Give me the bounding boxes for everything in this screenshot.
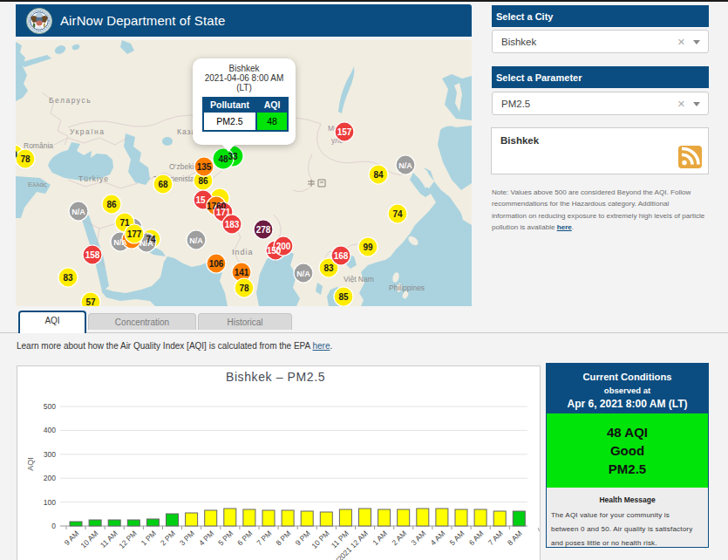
svg-text:200: 200 xyxy=(44,474,56,482)
svg-text:200: 200 xyxy=(276,242,291,251)
svg-text:AQI: AQI xyxy=(26,457,35,471)
svg-text:N/A: N/A xyxy=(139,239,153,248)
svg-text:500: 500 xyxy=(44,402,56,411)
svg-text:3 PM: 3 PM xyxy=(178,529,196,547)
svg-text:0: 0 xyxy=(51,522,56,530)
svg-text:158: 158 xyxy=(85,250,100,260)
svg-text:10 AM: 10 AM xyxy=(78,529,99,550)
svg-text:Việt Nam: Việt Nam xyxy=(344,275,374,283)
svg-text:3 AM: 3 AM xyxy=(409,529,427,547)
svg-text:N/A: N/A xyxy=(189,236,203,245)
svg-text:15: 15 xyxy=(195,195,206,205)
svg-text:106: 106 xyxy=(209,259,224,269)
svg-text:10 PM: 10 PM xyxy=(310,529,330,550)
svg-text:84: 84 xyxy=(373,170,384,180)
svg-text:99: 99 xyxy=(363,242,373,252)
svg-text:48: 48 xyxy=(218,154,228,164)
svg-text:6 AM: 6 AM xyxy=(467,529,486,547)
svg-text:400: 400 xyxy=(44,426,56,434)
svg-text:7 PM: 7 PM xyxy=(255,529,273,547)
svg-text:Україна: Україна xyxy=(70,127,105,136)
svg-text:5 PM: 5 PM xyxy=(216,529,235,547)
svg-text:6 PM: 6 PM xyxy=(235,529,254,547)
svg-text:11 AM: 11 AM xyxy=(99,529,119,550)
svg-text:83: 83 xyxy=(323,263,334,273)
svg-text:Türkiye: Türkiye xyxy=(78,174,109,183)
svg-text:12 PM: 12 PM xyxy=(117,529,138,550)
svg-text:1 PM: 1 PM xyxy=(139,529,158,547)
svg-text:România: România xyxy=(24,141,53,150)
svg-text:74: 74 xyxy=(392,209,403,219)
svg-text:5 AM: 5 AM xyxy=(448,529,466,547)
svg-text:86: 86 xyxy=(198,176,208,186)
svg-text:86: 86 xyxy=(106,200,117,209)
svg-text:71: 71 xyxy=(119,218,130,228)
svg-text:9 AM: 9 AM xyxy=(63,529,81,547)
svg-text:India: India xyxy=(232,248,254,256)
svg-text:8 PM: 8 PM xyxy=(274,529,292,547)
svg-text:157: 157 xyxy=(337,127,352,137)
svg-text:100: 100 xyxy=(44,498,56,507)
svg-text:78: 78 xyxy=(239,283,249,293)
svg-text:2 PM: 2 PM xyxy=(159,529,177,547)
svg-text:Philippines: Philippines xyxy=(389,283,425,292)
svg-text:4 AM: 4 AM xyxy=(429,529,447,547)
svg-text:300: 300 xyxy=(44,450,56,459)
svg-text:N/A: N/A xyxy=(398,161,412,170)
svg-text:78: 78 xyxy=(20,154,31,164)
svg-text:33: 33 xyxy=(228,152,238,161)
svg-text:N/A: N/A xyxy=(113,238,127,247)
svg-text:1 AM: 1 AM xyxy=(371,529,389,547)
svg-text:141: 141 xyxy=(235,268,249,277)
svg-text:57: 57 xyxy=(85,297,96,306)
svg-text:Беларусь: Беларусь xyxy=(49,96,92,105)
svg-text:8 AM: 8 AM xyxy=(506,529,524,547)
svg-text:278: 278 xyxy=(256,225,271,235)
svg-text:4 PM: 4 PM xyxy=(197,529,215,547)
svg-text:N/A: N/A xyxy=(71,208,85,216)
svg-text:Bishkek – PM2.5: Bishkek – PM2.5 xyxy=(226,370,325,384)
svg-text:N/A: N/A xyxy=(296,270,310,278)
svg-text:Ελλάς: Ελλάς xyxy=(28,181,47,188)
svg-text:83: 83 xyxy=(63,273,73,283)
svg-text:171: 171 xyxy=(216,208,231,217)
svg-text:168: 168 xyxy=(334,251,349,261)
svg-text:7 AM: 7 AM xyxy=(486,529,505,547)
svg-text:85: 85 xyxy=(338,292,349,302)
svg-text:135: 135 xyxy=(197,162,212,172)
svg-text:68: 68 xyxy=(158,180,168,189)
svg-text:183: 183 xyxy=(225,220,240,229)
svg-text:2 AM: 2 AM xyxy=(390,529,408,547)
svg-text:177: 177 xyxy=(127,229,142,239)
